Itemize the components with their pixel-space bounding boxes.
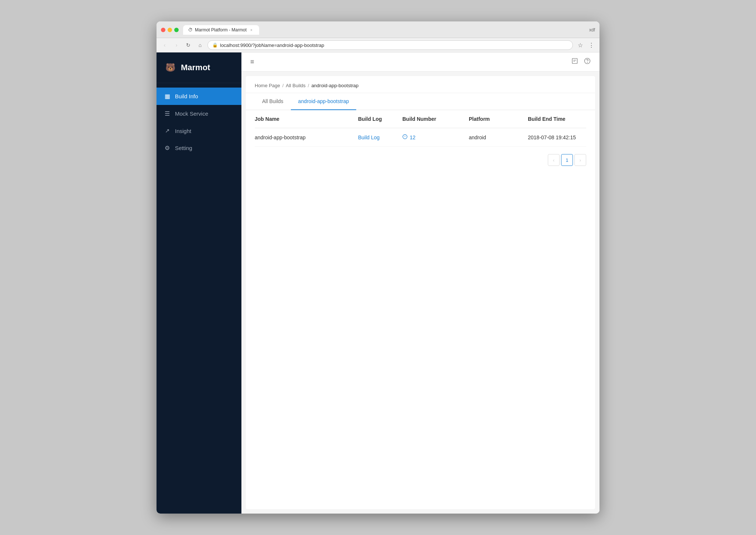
breadcrumb: Home Page / All Builds / android-app-boo… [246,76,595,93]
main-content: ≡ [241,52,599,514]
tab-title: Marmot Platform - Marmot [195,27,247,33]
refresh-icon: ↻ [186,42,190,48]
traffic-light-maximize[interactable] [174,28,179,32]
sidebar-item-setting[interactable]: ⚙ Setting [157,139,241,157]
star-button[interactable]: ☆ [576,41,585,50]
sidebar-item-insight-label: Insight [175,128,191,134]
tab-android-app-bootstrap[interactable]: android-app-bootstrap [291,93,357,110]
sidebar-nav: ▦ Build Info ☰ Mock Service ↗ Insight ⚙ … [157,83,241,514]
traffic-light-close[interactable] [161,28,165,32]
hamburger-button[interactable]: ≡ [250,58,254,66]
tab-close-button[interactable]: × [249,27,254,33]
build-log-link[interactable]: Build Log [358,134,379,140]
pagination-page-1-button[interactable]: 1 [561,154,573,166]
table-header: Job Name Build Log Build Number Platform… [255,110,586,128]
forward-icon: › [176,42,178,48]
menu-button[interactable]: ⋮ [587,41,596,50]
app-layout: 🐻 Marmot ▦ Build Info ☰ Mock Service ↗ I… [157,52,599,514]
pagination-next-button[interactable]: › [574,154,586,166]
breadcrumb-current: android-app-bootstrap [311,83,358,88]
next-icon: › [580,157,581,163]
col-header-build-number: Build Number [402,116,469,122]
breadcrumb-all-builds[interactable]: All Builds [286,83,305,88]
sidebar-item-build-info[interactable]: ▦ Build Info [157,88,241,105]
data-table: Job Name Build Log Build Number Platform… [246,110,595,147]
mock-service-icon: ☰ [164,110,171,117]
browser-user-label: xdf [589,27,595,33]
refresh-button[interactable]: ↻ [184,41,193,50]
traffic-lights [161,28,179,32]
back-button[interactable]: ‹ [160,41,169,50]
page-content: Home Page / All Builds / android-app-boo… [246,76,595,509]
sidebar-logo: 🐻 Marmot [157,52,241,83]
browser-window: ⏱ Marmot Platform - Marmot × xdf ‹ › ↻ ⌂… [157,21,599,514]
cell-build-log: Build Log [358,134,402,140]
address-bar[interactable]: 🔒 localhost:9900/?jobName=android-app-bo… [207,40,573,50]
table-row: android-app-bootstrap Build Log [255,128,586,147]
cell-job-name: android-app-bootstrap [255,134,358,140]
toolbar-icons: ☆ ⋮ [576,41,596,50]
top-bar-right [571,58,591,66]
bookmark-icon[interactable] [571,58,578,66]
setting-icon: ⚙ [164,144,171,151]
breadcrumb-sep-2: / [308,83,309,88]
pagination: ‹ 1 › [246,147,595,173]
browser-titlebar: ⏱ Marmot Platform - Marmot × xdf [161,25,595,35]
home-button[interactable]: ⌂ [196,41,205,50]
browser-toolbar: ‹ › ↻ ⌂ 🔒 localhost:9900/?jobName=androi… [157,38,599,52]
lock-icon: 🔒 [212,42,218,48]
sidebar: 🐻 Marmot ▦ Build Info ☰ Mock Service ↗ I… [157,52,241,514]
top-bar: ≡ [241,52,599,72]
col-header-job-name: Job Name [255,116,358,122]
logo-icon: 🐻 [164,61,176,74]
insight-icon: ↗ [164,127,171,134]
url-text: localhost:9900/?jobName=android-app-boot… [220,42,568,48]
tab-favicon: ⏱ [188,27,193,33]
cell-platform: android [469,134,528,140]
breadcrumb-home[interactable]: Home Page [255,83,280,88]
build-info-icon: ▦ [164,93,171,100]
new-tab-area [259,30,269,35]
browser-chrome: ⏱ Marmot Platform - Marmot × xdf [157,21,599,38]
cell-build-end-time: 2018-07-08 19:42:15 [528,134,595,140]
breadcrumb-sep-1: / [282,83,284,88]
col-header-build-log: Build Log [358,116,402,122]
back-icon: ‹ [164,42,166,48]
tab-all-builds-label: All Builds [262,98,284,104]
active-tab[interactable]: ⏱ Marmot Platform - Marmot × [183,25,259,35]
logo-text: Marmot [181,63,210,72]
tab-android-app-bootstrap-label: android-app-bootstrap [298,98,349,104]
col-header-build-end-time: Build End Time [528,116,595,122]
col-header-platform: Platform [469,116,528,122]
pagination-prev-button[interactable]: ‹ [548,154,560,166]
svg-rect-0 [572,58,577,64]
build-number-link[interactable]: 12 [410,134,416,140]
cell-build-number: 12 [402,134,469,140]
sidebar-item-insight[interactable]: ↗ Insight [157,122,241,139]
sidebar-item-setting-label: Setting [175,145,192,151]
sidebar-item-mock-service-label: Mock Service [175,110,208,117]
sidebar-item-build-info-label: Build Info [175,93,198,99]
prev-icon: ‹ [553,157,554,163]
help-icon[interactable] [584,58,591,66]
build-number-icon [402,134,408,140]
menu-icon: ⋮ [588,42,594,49]
svg-point-4 [587,62,588,62]
forward-button[interactable]: › [172,41,181,50]
sidebar-item-mock-service[interactable]: ☰ Mock Service [157,105,241,122]
tab-all-builds[interactable]: All Builds [255,93,291,110]
star-icon: ☆ [578,42,583,49]
browser-tabs: ⏱ Marmot Platform - Marmot × [183,25,595,35]
tab-bar: All Builds android-app-bootstrap [246,93,595,110]
traffic-light-minimize[interactable] [168,28,172,32]
home-icon: ⌂ [199,42,202,48]
